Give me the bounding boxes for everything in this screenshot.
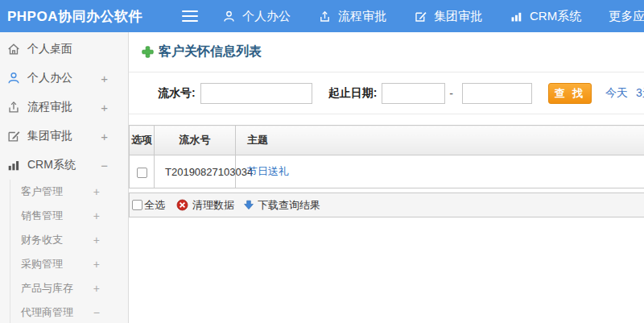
date-range-separator: -: [449, 87, 453, 100]
quick-link-3days[interactable]: 3天: [636, 86, 644, 101]
expand-indicator[interactable]: +: [101, 72, 108, 85]
sidebar-item-crm-system[interactable]: CRM系统 −: [0, 151, 128, 180]
sidebar-subitem-customer-mgmt[interactable]: 客户管理 +: [10, 180, 128, 204]
sidebar: 个人桌面 个人办公 + 流程审批 + 集团审批 + CRM系统 − 客户管理 +: [0, 32, 129, 323]
process-icon: [318, 10, 332, 23]
topnav-label: 更多应用: [609, 9, 644, 24]
hamburger-menu-icon[interactable]: [182, 10, 198, 22]
topnav-more-apps[interactable]: 更多应用: [609, 9, 644, 24]
records-table: 选项 流水号 主题 T20190827103034 节日送礼: [129, 125, 644, 188]
column-header-subject: 主题: [236, 126, 644, 155]
expand-indicator[interactable]: −: [101, 159, 108, 172]
sidebar-subitem-finance[interactable]: 财务收支 +: [10, 228, 128, 252]
sidebar-subitem-agent-mgmt[interactable]: 代理商管理 −: [10, 300, 128, 323]
sidebar-subitem-product-inventory[interactable]: 产品与库存 +: [10, 276, 128, 300]
sidebar-subitem-label: 产品与库存: [21, 281, 73, 296]
column-header-option: 选项: [130, 126, 155, 155]
download-results-label[interactable]: 下载查询结果: [258, 198, 320, 213]
edit-icon: [6, 129, 21, 143]
add-record-icon[interactable]: [142, 46, 154, 58]
quick-link-today[interactable]: 今天: [605, 86, 628, 101]
date-to-input[interactable]: [462, 83, 532, 104]
table-header-row: 选项 流水号 主题: [130, 126, 644, 155]
row-subject-cell: 节日送礼: [236, 155, 644, 188]
select-all-label[interactable]: 全选: [144, 198, 165, 213]
topnav-group-approval[interactable]: 集团审批: [414, 9, 482, 24]
topnav-personal-office[interactable]: 个人办公: [222, 9, 291, 24]
sidebar-item-label: 集团审批: [27, 129, 72, 143]
chart-icon: [510, 10, 523, 23]
sidebar-item-label: 个人办公: [27, 71, 72, 85]
topnav-label: 个人办公: [242, 9, 291, 24]
sidebar-subitem-purchase-mgmt[interactable]: 采购管理 +: [10, 252, 128, 276]
expand-indicator[interactable]: +: [101, 101, 108, 114]
main-content: 客户关怀信息列表 流水号: 起止日期: - 查 找 今天 3天 选项 流水号 主…: [129, 32, 644, 323]
expand-indicator[interactable]: −: [93, 306, 100, 319]
table-row: T20190827103034 节日送礼: [130, 155, 644, 188]
filter-bar: 流水号: 起止日期: - 查 找 今天 3天: [129, 72, 644, 114]
page-title: 客户关怀信息列表: [159, 43, 262, 60]
sidebar-item-label: 个人桌面: [27, 42, 72, 56]
home-icon: [6, 42, 21, 56]
sidebar-item-personal-office[interactable]: 个人办公 +: [0, 64, 128, 93]
search-button[interactable]: 查 找: [548, 83, 592, 104]
expand-indicator[interactable]: +: [93, 209, 100, 222]
sidebar-item-label: CRM系统: [27, 158, 76, 172]
expand-indicator[interactable]: +: [101, 130, 108, 143]
topnav-label: CRM系统: [530, 9, 581, 24]
topnav-process-approval[interactable]: 流程审批: [318, 9, 386, 24]
sidebar-subitem-sales-mgmt[interactable]: 销售管理 +: [10, 204, 128, 228]
topbar: PHPOA协同办公软件 个人办公 流程审批 集团审批 CRM系统: [0, 0, 644, 32]
crm-submenu: 客户管理 + 销售管理 + 财务收支 + 采购管理 + 产品与库存 + 代理商管…: [10, 180, 128, 323]
sidebar-item-label: 流程审批: [27, 100, 72, 114]
person-icon: [222, 10, 236, 23]
top-navigation: 个人办公 流程审批 集团审批 CRM系统 更多应用: [222, 9, 644, 24]
sidebar-subitem-label: 财务收支: [21, 233, 63, 247]
app-brand: PHPOA协同办公软件: [0, 7, 142, 26]
subject-link[interactable]: 节日送礼: [247, 165, 289, 177]
topnav-crm-system[interactable]: CRM系统: [510, 9, 581, 24]
row-option-cell: [130, 155, 155, 188]
topnav-label: 流程审批: [338, 9, 386, 24]
clean-data-icon[interactable]: [176, 199, 188, 211]
serial-number-label: 流水号:: [158, 86, 196, 101]
date-from-input[interactable]: [382, 83, 445, 104]
expand-indicator[interactable]: +: [93, 258, 100, 271]
sidebar-item-group-approval[interactable]: 集团审批 +: [0, 122, 128, 151]
edit-icon: [414, 10, 427, 23]
date-range-label: 起止日期:: [328, 86, 378, 101]
person-icon: [6, 71, 21, 85]
expand-indicator[interactable]: +: [93, 185, 100, 198]
clean-data-label[interactable]: 清理数据: [192, 198, 234, 213]
sidebar-item-process-approval[interactable]: 流程审批 +: [0, 93, 128, 122]
row-checkbox[interactable]: [137, 168, 147, 178]
chart-icon: [6, 158, 21, 172]
process-icon: [6, 100, 21, 114]
download-arrow-icon[interactable]: [242, 199, 254, 211]
sidebar-subitem-label: 采购管理: [21, 257, 63, 271]
sidebar-item-personal-desktop[interactable]: 个人桌面: [0, 35, 128, 64]
select-all-checkbox[interactable]: [132, 200, 142, 210]
sidebar-subitem-label: 客户管理: [21, 184, 63, 199]
table-footer-bar: 全选 清理数据 下载查询结果: [129, 193, 644, 217]
topnav-label: 集团审批: [434, 9, 482, 24]
sidebar-subitem-label: 销售管理: [21, 209, 63, 223]
column-header-serial: 流水号: [155, 126, 236, 155]
row-serial-cell: T20190827103034: [155, 155, 236, 188]
expand-indicator[interactable]: +: [93, 234, 100, 246]
expand-indicator[interactable]: +: [93, 282, 100, 295]
sidebar-subitem-label: 代理商管理: [21, 305, 73, 320]
page-title-row: 客户关怀信息列表: [129, 32, 644, 72]
serial-number-input[interactable]: [200, 83, 312, 104]
